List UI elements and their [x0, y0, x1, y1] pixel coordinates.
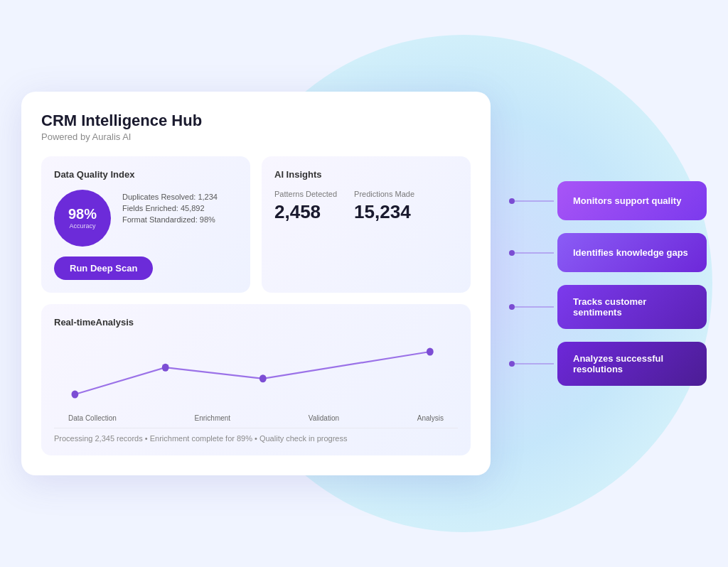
metric-predictions-value: 15,234 — [354, 201, 414, 223]
accuracy-circle: 98% Accuracy — [54, 190, 111, 247]
metric-predictions: Predictions Made 15,234 — [354, 190, 414, 223]
svg-point-1 — [162, 364, 169, 372]
feature-label-3: Tracks customer sentiments — [573, 296, 691, 318]
features-column: Monitors support quality Identifies know… — [543, 181, 707, 386]
label-enrichment: Enrichment — [195, 414, 231, 422]
run-deep-scan-button[interactable]: Run Deep Scan — [54, 256, 153, 280]
svg-point-0 — [71, 390, 78, 398]
main-card: CRM Intelligence Hub Powered by Auralis … — [21, 92, 491, 475]
metric-patterns-label: Patterns Detected — [274, 190, 337, 198]
page-container: CRM Intelligence Hub Powered by Auralis … — [0, 0, 728, 567]
svg-point-3 — [427, 347, 434, 355]
feature-box-4: Analyzes successful resolutions — [557, 342, 707, 386]
chart-svg — [54, 338, 458, 409]
accuracy-label: Accuracy — [69, 222, 95, 230]
dq-stat-2: Format Standardized: 98% — [122, 215, 218, 224]
label-analysis: Analysis — [417, 414, 444, 422]
feature-label-2: Identifies knowledge gaps — [573, 247, 688, 258]
label-data-collection: Data Collection — [68, 414, 117, 422]
status-text: Processing 2,345 records • Enrichment co… — [54, 428, 458, 443]
card-title: CRM Intelligence Hub — [41, 112, 471, 130]
accuracy-percent: 98% — [68, 207, 97, 221]
dq-stats: Duplicates Resolved: 1,234 Fields Enrich… — [122, 190, 218, 224]
insights-metrics: Patterns Detected 2,458 Predictions Made… — [274, 190, 458, 223]
dq-section-title: Data Quality Index — [54, 169, 237, 180]
chart-area — [54, 338, 458, 409]
realtime-section-title: Real-timeAnalysis — [54, 317, 458, 328]
dq-content: 98% Accuracy Duplicates Resolved: 1,234 … — [54, 190, 237, 247]
metric-predictions-label: Predictions Made — [354, 190, 414, 198]
metric-patterns-value: 2,458 — [274, 201, 337, 223]
svg-point-2 — [259, 374, 267, 382]
chart-labels: Data Collection Enrichment Validation An… — [54, 414, 458, 422]
feature-box-1: Monitors support quality — [557, 181, 707, 220]
dq-stat-0: Duplicates Resolved: 1,234 — [122, 193, 218, 201]
ai-insights-card: AI Insights Patterns Detected 2,458 Pred… — [262, 156, 471, 293]
ai-section-title: AI Insights — [274, 169, 458, 180]
top-cards-row: Data Quality Index 98% Accuracy Duplicat… — [41, 156, 471, 293]
realtime-card: Real-timeAnalysis Data Collection Enrich… — [41, 304, 471, 455]
feature-box-3: Tracks customer sentiments — [557, 285, 707, 329]
label-validation: Validation — [309, 414, 339, 422]
metric-patterns: Patterns Detected 2,458 — [274, 190, 337, 223]
data-quality-card: Data Quality Index 98% Accuracy Duplicat… — [41, 156, 250, 293]
card-subtitle: Powered by Auralis AI — [41, 131, 471, 142]
feature-label-4: Analyzes successful resolutions — [573, 353, 691, 374]
dq-stat-1: Fields Enriched: 45,892 — [122, 204, 218, 212]
feature-label-1: Monitors support quality — [573, 195, 681, 206]
feature-box-2: Identifies knowledge gaps — [557, 233, 707, 272]
